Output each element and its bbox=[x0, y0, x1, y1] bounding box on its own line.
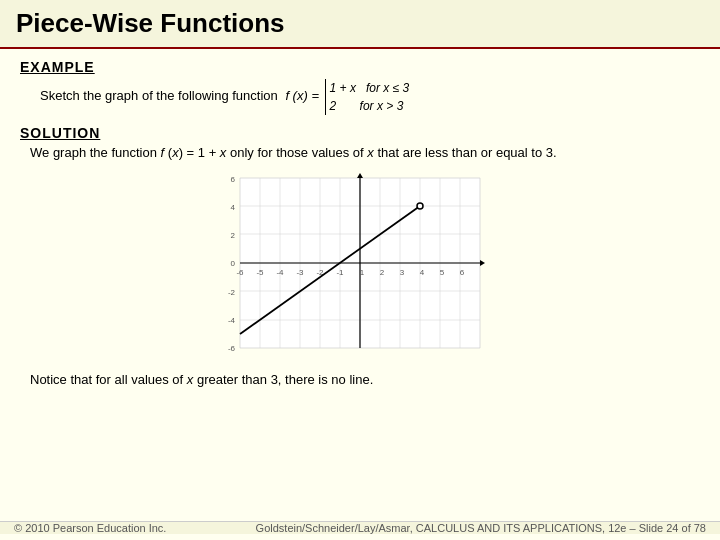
svg-text:-6: -6 bbox=[236, 268, 244, 277]
formula-display: f (x) = 1 + x for x ≤ 3 2 for x > 3 bbox=[285, 88, 409, 103]
svg-text:6: 6 bbox=[460, 268, 465, 277]
footer: © 2010 Pearson Education Inc. Goldstein/… bbox=[0, 521, 720, 534]
footer-right: Goldstein/Schneider/Lay/Asmar, CALCULUS … bbox=[256, 522, 706, 534]
svg-point-45 bbox=[417, 203, 423, 209]
svg-text:3: 3 bbox=[400, 268, 405, 277]
sketch-text: Sketch the graph of the following functi… bbox=[40, 88, 409, 103]
graph-container: 6 4 2 0 -2 -4 -6 -6 -5 -4 -3 -2 -1 1 2 3… bbox=[190, 168, 530, 368]
example-block: Sketch the graph of the following functi… bbox=[20, 79, 700, 115]
svg-text:1: 1 bbox=[360, 268, 365, 277]
solution-section: SOLUTION We graph the function f (x) = 1… bbox=[20, 125, 700, 160]
solution-label: SOLUTION bbox=[20, 125, 700, 141]
svg-text:2: 2 bbox=[380, 268, 385, 277]
example-section: EXAMPLE Sketch the graph of the followin… bbox=[20, 59, 700, 115]
svg-text:0: 0 bbox=[231, 259, 236, 268]
slide: Piece-Wise Functions EXAMPLE Sketch the … bbox=[0, 0, 720, 540]
svg-text:-1: -1 bbox=[336, 268, 344, 277]
example-label: EXAMPLE bbox=[20, 59, 700, 75]
svg-text:-5: -5 bbox=[256, 268, 264, 277]
svg-text:6: 6 bbox=[231, 175, 236, 184]
footer-left: © 2010 Pearson Education Inc. bbox=[14, 522, 166, 534]
svg-text:-4: -4 bbox=[276, 268, 284, 277]
svg-marker-24 bbox=[357, 173, 363, 178]
piecewise-formula: 1 + x for x ≤ 3 2 for x > 3 bbox=[325, 79, 410, 115]
svg-text:4: 4 bbox=[231, 203, 236, 212]
page-title: Piece-Wise Functions bbox=[16, 8, 285, 38]
title-bar: Piece-Wise Functions bbox=[0, 0, 720, 49]
svg-text:2: 2 bbox=[231, 231, 236, 240]
svg-text:5: 5 bbox=[440, 268, 445, 277]
svg-text:-2: -2 bbox=[228, 288, 236, 297]
graph-svg: 6 4 2 0 -2 -4 -6 -6 -5 -4 -3 -2 -1 1 2 3… bbox=[200, 173, 520, 363]
svg-marker-23 bbox=[480, 260, 485, 266]
svg-text:-4: -4 bbox=[228, 316, 236, 325]
svg-text:4: 4 bbox=[420, 268, 425, 277]
svg-text:-3: -3 bbox=[296, 268, 304, 277]
solution-text: We graph the function f (x) = 1 + x only… bbox=[20, 145, 700, 160]
notice-text: Notice that for all values of x greater … bbox=[20, 372, 700, 387]
svg-text:-6: -6 bbox=[228, 344, 236, 353]
main-content: EXAMPLE Sketch the graph of the followin… bbox=[0, 49, 720, 397]
